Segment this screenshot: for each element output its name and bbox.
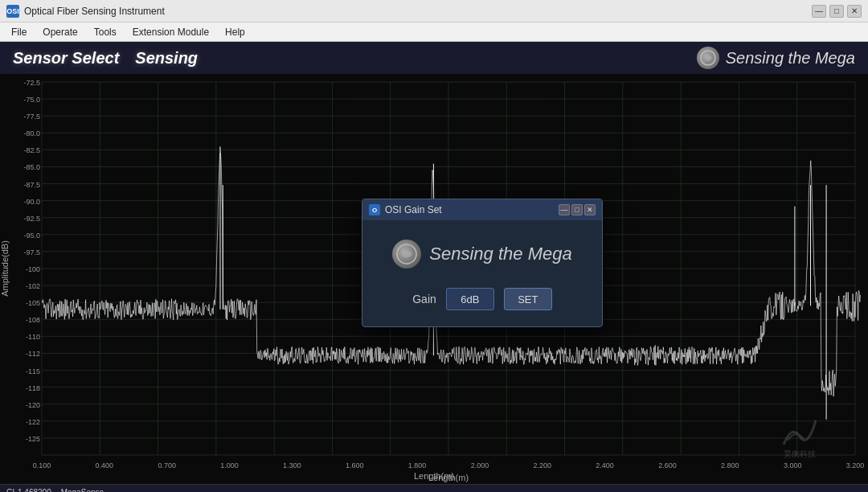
menu-help[interactable]: Help bbox=[217, 25, 253, 39]
window-controls: — □ ✕ bbox=[812, 5, 862, 18]
dialog-brand-text: Sensing the Mega bbox=[429, 244, 571, 264]
watermark: 昊衡科技 bbox=[780, 416, 820, 460]
set-button[interactable]: SET bbox=[504, 288, 552, 310]
megasense-label: MegaSense bbox=[61, 488, 104, 492]
menu-bar: File Operate Tools Extension Module Help bbox=[0, 23, 868, 42]
minimize-button[interactable]: — bbox=[812, 5, 826, 18]
gain-input[interactable] bbox=[446, 288, 494, 310]
gl-value: 1.468200 bbox=[18, 488, 51, 492]
nav-bar: Sensor Select Sensing Sensing the Mega bbox=[0, 42, 868, 74]
x-axis-title: Length(m) bbox=[414, 471, 454, 481]
menu-file[interactable]: File bbox=[3, 25, 35, 39]
nav-logo: Sensing the Mega bbox=[697, 47, 855, 69]
chart-area: Amplitude(dB) Length(m) 昊衡科技 O OSI Gain … bbox=[0, 74, 868, 484]
dialog-brand: Sensing the Mega bbox=[392, 240, 571, 269]
menu-tools[interactable]: Tools bbox=[86, 25, 125, 39]
dialog-minimize-button[interactable]: — bbox=[559, 204, 570, 215]
dialog-close-button[interactable]: ✕ bbox=[584, 204, 596, 215]
app-title: Optical Fiber Sensing Instrument bbox=[24, 6, 807, 17]
gain-label: Gain bbox=[412, 293, 436, 305]
watermark-text: 昊衡科技 bbox=[784, 449, 816, 460]
megasense-text: MegaSense bbox=[61, 488, 104, 492]
status-bar: Gl 1.468200 MegaSense bbox=[0, 484, 868, 492]
dialog-logo-icon bbox=[392, 240, 421, 269]
logo-icon bbox=[697, 47, 719, 69]
dialog-controls: Gain SET bbox=[412, 288, 552, 310]
nav-sensor-select[interactable]: Sensor Select bbox=[13, 49, 119, 68]
nav-sensing[interactable]: Sensing bbox=[135, 49, 198, 68]
nav-logo-text: Sensing the Mega bbox=[726, 49, 855, 68]
title-bar: OSI Optical Fiber Sensing Instrument — □… bbox=[0, 0, 868, 23]
gain-set-dialog: O OSI Gain Set — □ ✕ Sensi bbox=[362, 199, 603, 327]
restore-button[interactable]: □ bbox=[829, 5, 844, 18]
menu-operate[interactable]: Operate bbox=[35, 25, 85, 39]
app-icon: OSI bbox=[6, 5, 19, 18]
dialog-title: OSI Gain Set bbox=[385, 204, 554, 215]
dialog-window-controls: — □ ✕ bbox=[559, 204, 596, 215]
dialog-app-icon: O bbox=[369, 204, 380, 215]
gl-label: Gl bbox=[6, 488, 14, 492]
dialog-body: Sensing the Mega Gain SET bbox=[362, 220, 602, 326]
gl-status: Gl 1.468200 bbox=[6, 488, 51, 492]
dialog-restore-button[interactable]: □ bbox=[571, 204, 583, 215]
close-button[interactable]: ✕ bbox=[847, 5, 862, 18]
dialog-titlebar: O OSI Gain Set — □ ✕ bbox=[362, 199, 602, 220]
menu-extension[interactable]: Extension Module bbox=[125, 25, 217, 39]
